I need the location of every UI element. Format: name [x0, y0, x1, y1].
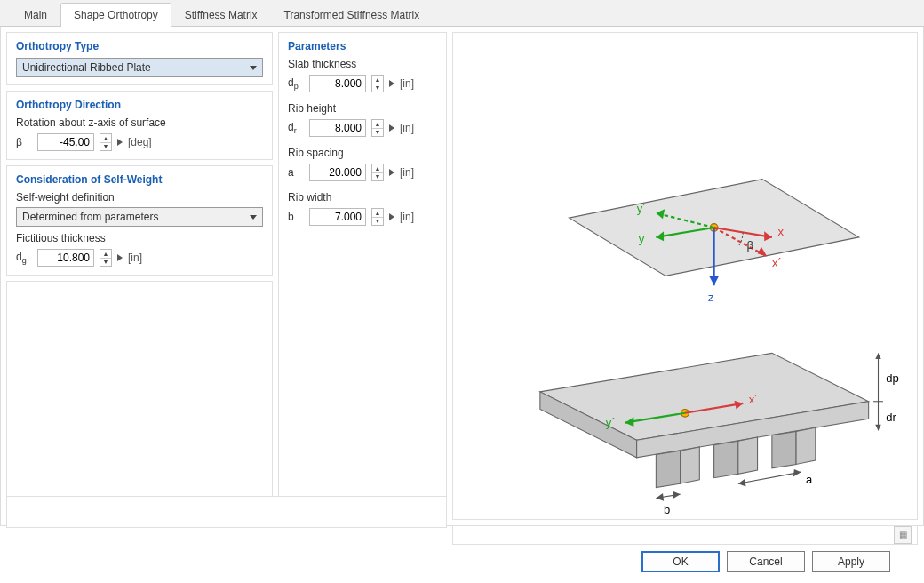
param-input-a[interactable] — [309, 164, 366, 181]
dg-symbol: dg — [16, 251, 32, 265]
tab-bar: Main Shape Orthotropy Stiffness Matrix T… — [0, 0, 924, 27]
rotation-label: Rotation about z-axis of surface — [16, 116, 263, 129]
self-weight-definition-label: Self-weight definition — [16, 191, 263, 204]
svg-text:dp: dp — [886, 371, 899, 385]
param-input-b[interactable] — [309, 208, 366, 226]
svg-text:x: x — [777, 225, 784, 238]
param-symbol: a — [288, 166, 304, 179]
param-menu-icon[interactable] — [389, 124, 394, 132]
svg-marker-36 — [875, 353, 881, 359]
tab-shape-orthotropy[interactable]: Shape Orthotropy — [60, 3, 171, 27]
svg-marker-22 — [714, 441, 738, 477]
orthotropy-type-title: Orthotropy Type — [16, 40, 263, 52]
status-area — [6, 496, 447, 528]
svg-text:a: a — [806, 473, 813, 486]
param-unit: [in] — [400, 211, 414, 223]
beta-input[interactable] — [37, 133, 94, 151]
param-symbol: dp — [288, 76, 304, 91]
param-unit: [in] — [400, 77, 414, 90]
param-spinner[interactable]: ▲▼ — [371, 119, 384, 137]
dg-menu-icon[interactable] — [117, 254, 123, 261]
svg-marker-42 — [738, 479, 746, 487]
panel-left-spacer — [6, 281, 273, 520]
dg-input[interactable] — [37, 249, 94, 267]
chevron-down-icon — [250, 66, 257, 70]
panel-self-weight: Consideration of Self-Weight Self-weight… — [6, 165, 273, 276]
svg-marker-21 — [656, 451, 680, 487]
svg-marker-25 — [738, 437, 758, 474]
svg-marker-46 — [656, 493, 664, 501]
svg-marker-43 — [793, 469, 801, 477]
param-spinner[interactable]: ▲▼ — [371, 164, 384, 181]
tab-transformed-stiffness-matrix[interactable]: Transformed Stiffness Matrix — [271, 3, 434, 27]
chevron-down-icon — [250, 215, 257, 220]
param-label: Rib width — [288, 191, 437, 204]
preview-diagram: x x´ y y´ z — [452, 32, 918, 520]
param-unit: [in] — [400, 166, 414, 179]
ok-button[interactable]: OK — [641, 551, 720, 572]
tab-main[interactable]: Main — [11, 3, 60, 27]
svg-text:z: z — [708, 291, 714, 304]
svg-text:x´: x´ — [749, 393, 759, 406]
orthotropy-direction-title: Orthotropy Direction — [16, 99, 263, 111]
svg-marker-37 — [875, 425, 881, 431]
param-input-dp[interactable] — [309, 75, 366, 92]
beta-unit: [deg] — [128, 136, 152, 148]
cancel-button[interactable]: Cancel — [727, 551, 805, 572]
param-menu-icon[interactable] — [389, 169, 394, 176]
panel-parameters: Parameters Slab thicknessdp▲▼[in]Rib hei… — [278, 32, 447, 520]
svg-marker-23 — [772, 431, 796, 467]
svg-text:dr: dr — [886, 411, 896, 424]
svg-text:x´: x´ — [772, 256, 782, 269]
param-menu-icon[interactable] — [389, 80, 394, 87]
svg-text:y´: y´ — [606, 416, 616, 429]
param-label: Slab thickness — [288, 58, 437, 70]
svg-text:y: y — [639, 232, 645, 245]
svg-text:b: b — [664, 503, 670, 516]
beta-spinner[interactable]: ▲▼ — [100, 133, 112, 151]
preview-toolbar: ▦ — [452, 525, 918, 545]
beta-menu-icon[interactable] — [117, 139, 123, 146]
svg-marker-26 — [796, 427, 816, 464]
apply-button[interactable]: Apply — [812, 551, 890, 572]
tab-stiffness-matrix[interactable]: Stiffness Matrix — [171, 3, 271, 27]
self-weight-definition-dropdown[interactable]: Determined from parameters — [16, 207, 263, 227]
dg-spinner[interactable]: ▲▼ — [100, 249, 112, 267]
param-label: Rib spacing — [288, 147, 437, 159]
preview-options-icon[interactable]: ▦ — [894, 526, 912, 544]
param-label: Rib height — [288, 102, 437, 115]
fictitious-thickness-label: Fictitious thickness — [16, 232, 263, 244]
param-menu-icon[interactable] — [389, 213, 394, 220]
svg-marker-15 — [709, 276, 719, 285]
panel-orthotropy-type: Orthotropy Type Unidirectional Ribbed Pl… — [6, 32, 273, 85]
param-spinner[interactable]: ▲▼ — [371, 75, 384, 92]
self-weight-title: Consideration of Self-Weight — [16, 173, 263, 186]
svg-marker-24 — [681, 447, 700, 483]
svg-text:y´: y´ — [637, 202, 647, 215]
parameters-title: Parameters — [288, 40, 437, 52]
svg-text:β: β — [747, 238, 754, 252]
orthotropy-type-value: Unidirectional Ribbed Plate — [22, 61, 151, 74]
param-symbol: dr — [288, 121, 304, 135]
dg-unit: [in] — [128, 252, 142, 264]
orthotropy-type-dropdown[interactable]: Unidirectional Ribbed Plate — [16, 58, 263, 77]
svg-line-41 — [738, 472, 801, 483]
panel-orthotropy-direction: Orthotropy Direction Rotation about z-ax… — [6, 91, 273, 160]
beta-symbol: β — [16, 136, 32, 148]
dialog-body: Orthotropy Type Unidirectional Ribbed Pl… — [0, 27, 924, 526]
param-spinner[interactable]: ▲▼ — [371, 208, 384, 226]
dialog-buttons: OK Cancel Apply — [641, 551, 890, 572]
self-weight-definition-value: Determined from parameters — [22, 211, 158, 223]
svg-marker-47 — [673, 491, 681, 499]
param-unit: [in] — [400, 122, 414, 134]
param-symbol: b — [288, 211, 304, 223]
param-input-dr[interactable] — [309, 119, 366, 137]
